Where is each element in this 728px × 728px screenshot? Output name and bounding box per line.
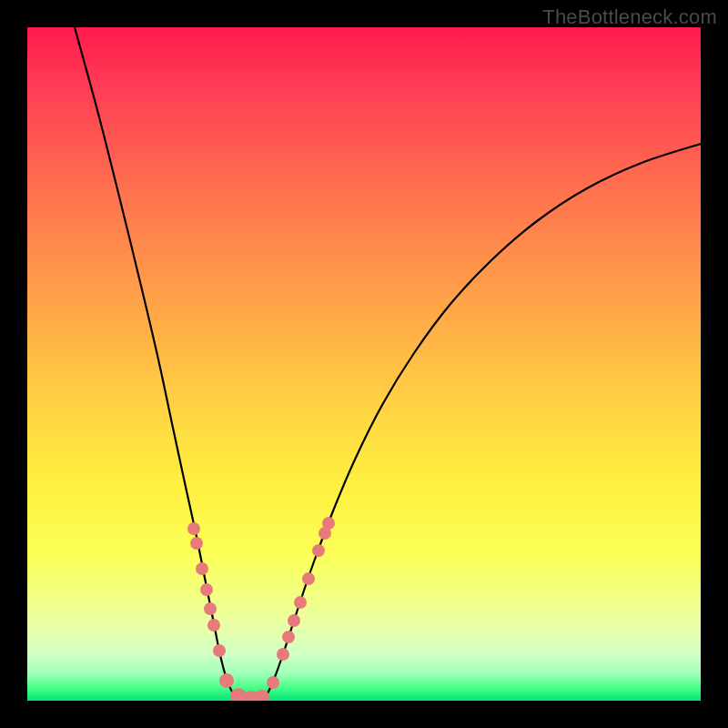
data-dot: [322, 517, 335, 530]
watermark-text: TheBottleneck.com: [542, 5, 717, 29]
chart-svg: [27, 27, 701, 701]
data-dot: [187, 522, 200, 535]
data-dot: [312, 544, 325, 557]
data-dot: [302, 572, 315, 585]
chart-frame: TheBottleneck.com: [0, 0, 728, 728]
data-dot: [277, 648, 289, 661]
data-dot: [255, 690, 269, 701]
data-dot: [207, 619, 220, 632]
data-dot: [282, 631, 295, 643]
data-dot: [196, 562, 208, 575]
bottleneck-curve-right: [262, 144, 701, 701]
data-dot: [213, 644, 226, 657]
plot-area: [27, 27, 701, 701]
data-dot: [294, 596, 307, 609]
bottleneck-curve-left: [75, 27, 239, 701]
data-dots: [187, 517, 335, 701]
data-dot: [288, 614, 300, 627]
data-dot: [204, 602, 217, 615]
data-dot: [190, 537, 203, 550]
data-dot: [219, 673, 234, 688]
data-dot: [200, 583, 213, 596]
data-dot: [267, 676, 279, 689]
